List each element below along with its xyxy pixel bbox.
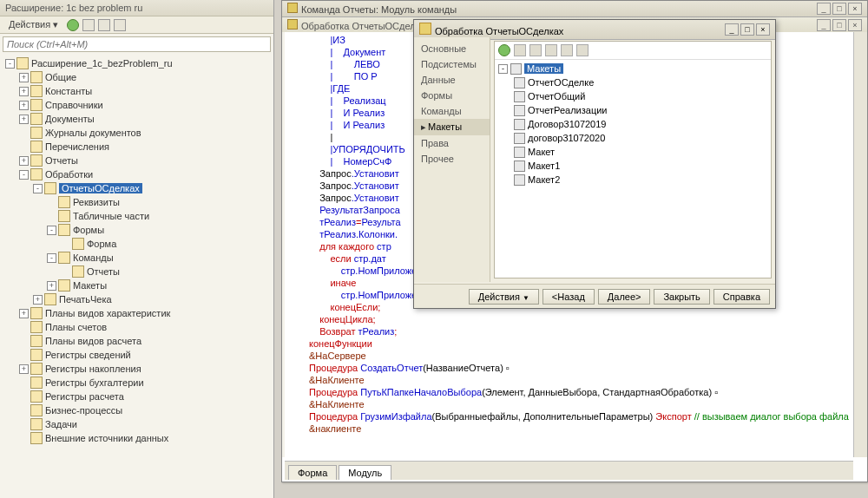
tree-item[interactable]: Журналы документов — [2, 126, 273, 140]
tree-item[interactable]: +Константы — [2, 84, 273, 98]
tree-item[interactable]: -Обработки — [2, 167, 273, 181]
tree-item[interactable]: +Планы видов характеристик — [2, 306, 273, 320]
expand-icon[interactable]: + — [19, 156, 29, 166]
tree-item[interactable]: +Регистры накопления — [2, 362, 273, 376]
expand-icon[interactable]: + — [19, 101, 29, 110]
code-line[interactable]: &НаКлиенте — [309, 374, 853, 386]
tree-item[interactable]: Реквизиты — [2, 195, 273, 209]
move-down-icon[interactable] — [561, 44, 573, 56]
expand-icon[interactable]: + — [19, 364, 29, 374]
list-item[interactable]: Договор31072019 — [498, 117, 767, 131]
tree-item[interactable]: Регистры бухгалтерии — [2, 376, 273, 390]
move-up-icon[interactable] — [545, 44, 557, 56]
minimize-button[interactable]: _ — [817, 19, 831, 31]
list-item[interactable]: Макет — [498, 145, 767, 159]
sidebar-tab[interactable]: ▸Макеты — [414, 119, 490, 135]
expand-icon[interactable]: + — [47, 281, 56, 291]
tree-item[interactable]: -Команды — [2, 251, 273, 265]
tree-item[interactable]: +Макеты — [2, 278, 273, 292]
maximize-button[interactable]: □ — [832, 19, 846, 31]
tool-icon[interactable] — [82, 19, 95, 31]
maximize-button[interactable]: □ — [740, 23, 754, 36]
templates-list[interactable]: -МакетыОтчетОСделкеОтчетОбщийОтчетРеализ… — [495, 60, 771, 278]
tree-item[interactable]: Табличные части — [2, 209, 273, 223]
collapse-icon[interactable]: - — [498, 64, 508, 74]
tree-item[interactable]: Отчеты — [2, 265, 273, 278]
search-input[interactable] — [3, 36, 271, 52]
add-icon[interactable] — [67, 19, 79, 31]
list-item[interactable]: ОтчетОбщий — [498, 89, 767, 103]
sidebar-tab[interactable]: Права — [414, 135, 490, 151]
next-button[interactable]: Далее> — [598, 289, 651, 305]
expand-icon[interactable]: + — [19, 87, 29, 96]
edit-icon[interactable] — [514, 44, 526, 56]
sidebar-tab[interactable]: Подсистемы — [414, 56, 490, 72]
code-line[interactable]: &НаКлиенте — [309, 398, 853, 410]
sidebar-tab[interactable]: Данные — [414, 72, 490, 88]
metadata-tree[interactable]: -Расширение_1c_bezProblem_ru+Общие+Конст… — [0, 55, 273, 492]
sidebar-tab[interactable]: Команды — [414, 103, 490, 119]
expand-icon[interactable]: + — [33, 295, 43, 305]
maximize-button[interactable]: □ — [832, 3, 846, 15]
tree-item[interactable]: Регистры расчета — [2, 390, 273, 403]
sidebar-tab[interactable]: Формы — [414, 88, 490, 103]
code-line[interactable]: конецЦикла; — [309, 313, 853, 325]
collapse-icon[interactable]: - — [19, 170, 29, 180]
tree-item[interactable]: +Справочники — [2, 98, 273, 112]
close-button[interactable]: × — [848, 3, 862, 15]
tree-item[interactable]: +Общие — [2, 70, 273, 84]
code-line[interactable]: Процедура СоздатьОтчет(НазваниеОтчета) ▫ — [309, 362, 853, 374]
tree-item[interactable]: -Формы — [2, 223, 273, 237]
tree-item[interactable]: Перечисления — [2, 140, 273, 154]
vertical-scrollbar[interactable] — [853, 32, 867, 457]
window-titlebar[interactable]: Команда Отчеты: Модуль команды _ □ × — [282, 1, 867, 17]
code-line[interactable]: конецФункции — [309, 337, 853, 350]
list-item[interactable]: Макет1 — [498, 159, 767, 173]
expand-icon[interactable]: + — [19, 73, 29, 82]
add-icon[interactable] — [498, 44, 510, 56]
actions-menu[interactable]: Действия ▾ — [3, 18, 63, 31]
sort-icon[interactable] — [576, 44, 589, 56]
tree-item[interactable]: +Отчеты — [2, 154, 273, 167]
tree-item[interactable]: Форма — [2, 237, 273, 251]
code-line[interactable]: Возврат тРеализ; — [309, 325, 853, 337]
delete-icon[interactable] — [529, 44, 542, 56]
help-button[interactable]: Справка — [713, 289, 770, 305]
expand-icon[interactable]: + — [19, 309, 29, 318]
code-line[interactable]: Процедура ГрузимИзфайла(Выбранныефайлы, … — [309, 410, 853, 423]
list-root[interactable]: -Макеты — [498, 62, 767, 75]
minimize-button[interactable]: _ — [817, 3, 831, 15]
tab-form[interactable]: Форма — [288, 465, 337, 480]
list-item[interactable]: договор31072020 — [498, 131, 767, 145]
list-item[interactable]: Макет2 — [498, 173, 767, 187]
collapse-icon[interactable]: - — [47, 226, 56, 235]
tree-item[interactable]: -ОтчетыОСделках — [2, 181, 273, 195]
tab-module[interactable]: Модуль — [339, 465, 391, 480]
collapse-icon[interactable]: - — [33, 184, 43, 193]
sidebar-tab[interactable]: Прочее — [414, 151, 490, 167]
close-button[interactable]: × — [756, 23, 770, 36]
collapse-icon[interactable]: - — [47, 253, 56, 263]
tree-item[interactable]: +ПечатьЧека — [2, 292, 273, 306]
tree-item[interactable]: Планы счетов — [2, 320, 273, 334]
code-line[interactable]: &НаСервере — [309, 350, 853, 362]
code-line[interactable]: &наклиенте — [309, 423, 853, 435]
sidebar-tab[interactable]: Основные — [414, 41, 490, 56]
tool-icon[interactable] — [98, 19, 110, 31]
code-line[interactable]: Процедура ПутьКПапкеНачалоВыбора(Элемент… — [309, 386, 853, 398]
tree-item[interactable]: -Расширение_1c_bezProblem_ru — [2, 56, 273, 70]
tree-item[interactable]: Задачи — [2, 417, 273, 431]
close-button[interactable]: × — [848, 19, 862, 31]
list-item[interactable]: ОтчетРеализации — [498, 103, 767, 117]
tree-item[interactable]: +Документы — [2, 112, 273, 126]
actions-button[interactable]: Действия▼ — [469, 289, 539, 305]
collapse-icon[interactable]: - — [5, 59, 15, 69]
tree-item[interactable]: Планы видов расчета — [2, 334, 273, 348]
tool-icon[interactable] — [114, 19, 126, 31]
back-button[interactable]: <Назад — [542, 289, 595, 305]
list-item[interactable]: ОтчетОСделке — [498, 75, 767, 89]
tree-item[interactable]: Регистры сведений — [2, 348, 273, 362]
expand-icon[interactable]: + — [19, 115, 29, 124]
minimize-button[interactable]: _ — [725, 23, 739, 36]
close-button[interactable]: Закрыть — [654, 289, 709, 305]
